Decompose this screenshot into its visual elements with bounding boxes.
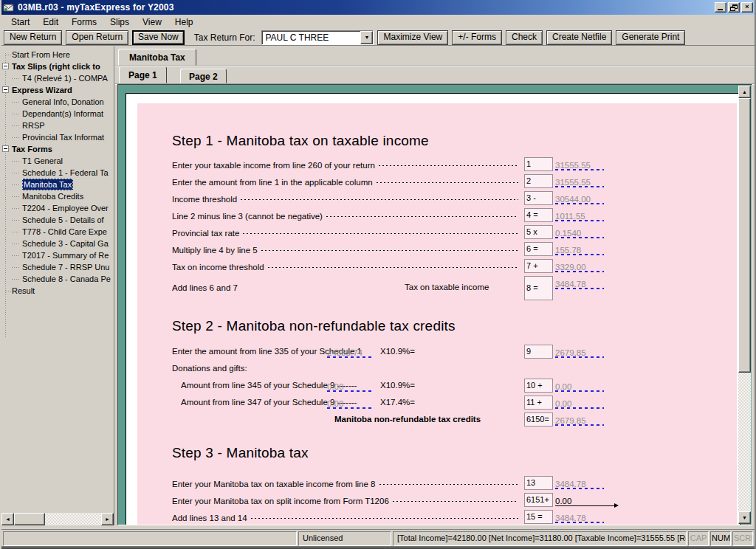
amount-field[interactable]: 0.00 xyxy=(327,396,382,411)
tree-scrollbar-thumb[interactable] xyxy=(14,513,45,525)
tree-item[interactable]: Manitoba Tax xyxy=(1,179,114,190)
scroll-right-icon[interactable]: ► xyxy=(101,513,114,525)
amount-field[interactable]: 0.00 xyxy=(327,379,382,394)
tree-item[interactable]: Schedule 1 - Federal Ta xyxy=(1,167,114,179)
field-value[interactable]: 0.00 xyxy=(555,494,622,508)
app-icon xyxy=(3,1,15,13)
generate-print-button[interactable]: Generate Print xyxy=(616,30,685,45)
plus-minus-forms-button[interactable]: +/- Forms xyxy=(452,30,502,45)
tree-item[interactable]: T2204 - Employee Over xyxy=(1,202,114,214)
field-value[interactable]: 3484.78 xyxy=(555,277,622,291)
save-now-button[interactable]: Save Now xyxy=(132,30,185,45)
tree-item[interactable]: RRSP xyxy=(1,120,114,131)
field-value[interactable]: 3484.78 xyxy=(555,511,622,525)
tree-item[interactable]: Result xyxy=(1,285,114,297)
tree-branch-line xyxy=(12,137,21,138)
tree-item[interactable]: T1 General xyxy=(1,155,114,167)
minimize-icon xyxy=(718,9,723,10)
form-sheet: Step 1 - Manitoba tax on taxable incomeE… xyxy=(137,103,737,525)
tree-item[interactable]: Schedule 8 - Canada Pe xyxy=(1,273,114,285)
tree-item[interactable]: Tax Slips (right click to xyxy=(1,61,114,72)
scroll-up-icon[interactable]: ▲ xyxy=(738,86,751,98)
tree-item[interactable]: Schedule 7 - RRSP Unu xyxy=(1,261,114,273)
tree-branch-line xyxy=(12,196,21,197)
line-number-box: 6151+ xyxy=(524,493,553,507)
menu-view[interactable]: View xyxy=(136,15,168,29)
tree-item[interactable]: Schedule 5 - Details of xyxy=(1,214,114,226)
tree-item[interactable]: Dependant(s) Informat xyxy=(1,108,114,120)
form-label: Add lines 13 and 14 xyxy=(172,514,247,522)
collapse-minus-icon[interactable] xyxy=(2,145,9,152)
maximize-view-button[interactable]: Maximize View xyxy=(377,30,448,45)
rate-label: X10.9%= xyxy=(380,347,415,356)
tree-item-label: Express Wizard xyxy=(12,84,72,96)
field-value[interactable]: 31555.55 xyxy=(555,158,622,173)
tree-item[interactable]: Schedule 3 - Capital Ga xyxy=(1,238,114,249)
dash-leader-line xyxy=(379,484,518,485)
field-value[interactable]: 2679.85 xyxy=(555,413,622,428)
label-with-leader: Enter your Manitoba tax on split income … xyxy=(172,492,520,509)
label-with-leader: Enter your taxable income from line 260 … xyxy=(172,156,520,173)
field-value[interactable]: 0.00 xyxy=(555,396,622,411)
tree-item[interactable]: Provincial Tax Informat xyxy=(1,131,114,143)
field-value[interactable]: 3484.78 xyxy=(555,477,622,491)
tree-horizontal-scrollbar[interactable]: ◄ ► xyxy=(1,513,114,525)
menu-help[interactable]: Help xyxy=(168,15,200,29)
line-number-box: 9 xyxy=(524,345,553,359)
open-return-button[interactable]: Open Return xyxy=(66,30,128,45)
field-dashed-underline xyxy=(555,390,604,392)
tree-item[interactable]: T2017 - Summary of Re xyxy=(1,249,114,261)
tree-item[interactable]: Tax Forms xyxy=(1,143,114,155)
tree-item[interactable]: Express Wizard xyxy=(1,84,114,96)
tree-branch-line xyxy=(12,267,21,268)
chevron-down-icon[interactable]: ▼ xyxy=(360,31,373,44)
label-with-leader: Enter the amount from line 1 in the appl… xyxy=(172,173,520,190)
new-return-button[interactable]: New Return xyxy=(4,30,62,45)
scroll-left-icon[interactable]: ◄ xyxy=(1,513,14,525)
field-value[interactable]: 1011.55 xyxy=(555,209,622,224)
create-netfile-button[interactable]: Create Netfile xyxy=(546,30,612,45)
form-label: Enter your Manitoba tax on split income … xyxy=(172,497,389,505)
field-value[interactable]: 155.78 xyxy=(555,243,622,258)
tree-item[interactable]: General Info, Donation xyxy=(1,96,114,108)
field-value[interactable]: 30544.00 xyxy=(555,192,622,207)
line-number-box: 6 = xyxy=(524,242,553,256)
field-value[interactable]: 31555.55 xyxy=(555,175,622,190)
check-button[interactable]: Check xyxy=(506,30,543,45)
amount-field[interactable]: 24585.74 xyxy=(327,345,382,360)
menu-edit[interactable]: Edit xyxy=(36,15,65,29)
field-value[interactable]: 2679.85 xyxy=(555,345,622,360)
collapse-minus-icon[interactable] xyxy=(2,86,9,93)
menu-slips[interactable]: Slips xyxy=(103,15,136,29)
form-row: Amount from line 345 of your Schedule 9 … xyxy=(172,378,625,395)
tab-page-2[interactable]: Page 2 xyxy=(180,69,227,83)
menu-forms[interactable]: Forms xyxy=(65,15,103,29)
menu-start[interactable]: Start xyxy=(4,15,36,29)
field-dashed-underline xyxy=(555,220,604,221)
tab-page-1[interactable]: Page 1 xyxy=(119,66,167,83)
restore-button[interactable] xyxy=(728,2,740,13)
taxpayer-select[interactable]: PAUL C THREE ▼ xyxy=(261,30,374,45)
field-value[interactable]: 0.00 xyxy=(555,379,622,394)
close-button[interactable]: × xyxy=(741,2,753,13)
tree-item[interactable]: Manitoba Credits xyxy=(1,190,114,202)
scroll-down-icon[interactable]: ▼ xyxy=(738,511,751,524)
field-value[interactable]: 0.1540 xyxy=(555,226,622,241)
tree-item[interactable]: Start From Here xyxy=(1,49,114,61)
tree-item[interactable]: T778 - Child Care Expe xyxy=(1,226,114,238)
form-scrollbar-thumb[interactable] xyxy=(738,98,751,373)
tree-item[interactable]: T4 (Relevé 1) - COMPA xyxy=(1,72,114,84)
form-row: Manitoba non-refundable tax credits6150=… xyxy=(172,412,625,429)
tree-branch-line xyxy=(12,232,21,232)
status-divider xyxy=(1,529,755,530)
tree-item-label: T4 (Relevé 1) - COMPA xyxy=(22,72,108,84)
tab-manitoba-tax[interactable]: Manitoba Tax xyxy=(118,49,196,66)
field-value[interactable]: 3329.00 xyxy=(555,260,622,274)
minimize-button[interactable] xyxy=(715,2,726,13)
section-heading: Step 3 - Manitoba tax xyxy=(172,445,625,461)
tree-branch-line xyxy=(12,125,21,126)
tree-item-label: T1 General xyxy=(22,155,63,167)
line-number-box: 4 = xyxy=(524,208,553,222)
form-vertical-scrollbar[interactable]: ▲ ▼ xyxy=(738,86,751,524)
collapse-minus-icon[interactable] xyxy=(2,63,9,69)
